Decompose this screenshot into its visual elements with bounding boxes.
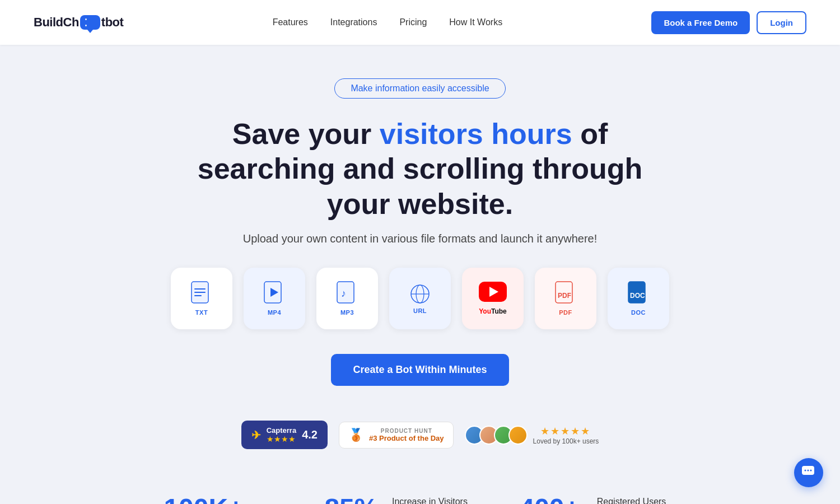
stat-visitors-desc: Visitors xyxy=(250,502,279,504)
yt-play-icon xyxy=(489,287,498,297)
stat-visitors: 100K+ Visitors xyxy=(164,493,279,504)
nav-integrations[interactable]: Integrations xyxy=(330,17,377,27)
pdf-icon: PDF PDF xyxy=(555,281,576,316)
chat-float-icon xyxy=(801,465,816,480)
pdf-label: PDF xyxy=(559,309,572,316)
product-hunt-badge: 🥉 PRODUCT HUNT #3 Product of the Day xyxy=(339,422,454,449)
file-icon-mp3: ♪ MP3 xyxy=(316,268,378,329)
file-icons-row: TXT MP4 ♪ MP3 xyxy=(11,268,829,329)
nav-actions: Book a Free Demo Login xyxy=(651,11,806,34)
doc-icon: DOC DOC xyxy=(628,281,649,316)
hero-section: Make information easily accessible Save … xyxy=(0,45,840,504)
stat-visitors-number: 100K+ xyxy=(164,493,244,504)
url-icon: URL xyxy=(409,283,431,314)
logo-bot-icon xyxy=(80,15,100,30)
ph-medal-icon: 🥉 xyxy=(348,428,363,442)
stat-users-desc: Registered Users Trust Build Chatbot xyxy=(587,496,676,504)
nav-links: Features Integrations Pricing How It Wor… xyxy=(273,17,502,27)
nav-how-it-works[interactable]: How It Works xyxy=(449,17,502,27)
hero-subtext: Upload your own content in various file … xyxy=(11,232,829,245)
review-stars: ★★★★★ xyxy=(533,425,599,437)
capterra-label: Capterra xyxy=(267,426,296,435)
navbar: BuildCh tbot Features Integrations Prici… xyxy=(0,0,840,45)
svg-text:♪: ♪ xyxy=(341,288,346,299)
mp3-label: MP3 xyxy=(340,309,354,316)
capterra-rating: 4.2 xyxy=(302,428,318,441)
file-icon-youtube: YouTube xyxy=(462,268,524,329)
capterra-stars: ★★★★ xyxy=(267,435,296,444)
svg-text:DOC: DOC xyxy=(630,292,645,300)
stat-users-number: 400+ xyxy=(519,493,580,504)
yt-you: You xyxy=(479,307,491,315)
stat-users: 400+ Registered Users Trust Build Chatbo… xyxy=(519,493,676,504)
ph-tag: PRODUCT HUNT xyxy=(369,428,444,434)
user-reviews-badge: ★★★★★ Loved by 100k+ users xyxy=(465,425,599,445)
mp3-icon: ♪ MP3 xyxy=(337,281,358,316)
headline-highlight: visitors hours xyxy=(380,118,572,150)
nav-features[interactable]: Features xyxy=(273,17,308,27)
mp4-icon: MP4 xyxy=(264,281,285,316)
hero-headline: Save your visitors hours of searching an… xyxy=(179,116,661,221)
url-label: URL xyxy=(413,307,427,314)
cta-button[interactable]: Create a Bot Within Minutes xyxy=(331,354,510,386)
file-icon-txt: TXT xyxy=(171,268,232,329)
user-review-text: ★★★★★ Loved by 100k+ users xyxy=(533,425,599,445)
file-icon-doc: DOC DOC xyxy=(608,268,669,329)
mp4-label: MP4 xyxy=(268,309,281,316)
capterra-badge: ✈ Capterra ★★★★ 4.2 xyxy=(241,421,328,449)
svg-point-18 xyxy=(810,470,812,472)
avatar-4 xyxy=(508,426,528,445)
capterra-logo: ✈ xyxy=(251,428,261,442)
stats-row: 100K+ Visitors 85% Increase in Visitors … xyxy=(11,476,829,504)
chat-float-button[interactable] xyxy=(794,458,823,487)
txt-icon: TXT xyxy=(191,281,212,316)
file-icon-url: URL xyxy=(389,268,451,329)
logo[interactable]: BuildCh tbot xyxy=(34,15,123,30)
svg-text:PDF: PDF xyxy=(558,292,571,300)
hero-badge: Make information easily accessible xyxy=(334,78,505,99)
book-demo-button[interactable]: Book a Free Demo xyxy=(651,11,750,34)
stat-engagement-desc: Increase in Visitors Engagement xyxy=(385,496,474,504)
doc-label: DOC xyxy=(631,309,646,316)
yt-tube: Tube xyxy=(491,307,507,315)
nav-pricing[interactable]: Pricing xyxy=(399,17,427,27)
user-avatars xyxy=(465,426,528,445)
headline-part1: Save your xyxy=(232,118,380,150)
stat-engagement-number: 85% xyxy=(324,493,378,504)
svg-point-17 xyxy=(808,470,809,472)
txt-label: TXT xyxy=(195,309,208,316)
svg-point-16 xyxy=(805,470,806,472)
logo-text-after: tbot xyxy=(101,15,124,30)
review-text: Loved by 100k+ users xyxy=(533,437,599,445)
ph-product-label: #3 Product of the Day xyxy=(369,434,444,442)
youtube-icon xyxy=(479,282,507,302)
stat-engagement: 85% Increase in Visitors Engagement xyxy=(324,493,474,504)
file-icon-pdf: PDF PDF xyxy=(535,268,596,329)
login-button[interactable]: Login xyxy=(757,11,806,34)
logo-text-before: BuildCh xyxy=(34,15,79,30)
file-icon-mp4: MP4 xyxy=(244,268,305,329)
badges-row: ✈ Capterra ★★★★ 4.2 🥉 PRODUCT HUNT #3 Pr… xyxy=(11,421,829,449)
